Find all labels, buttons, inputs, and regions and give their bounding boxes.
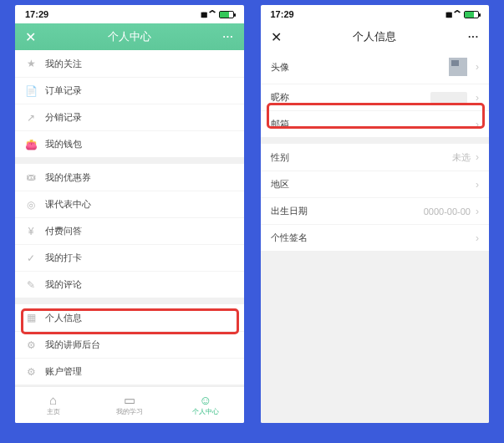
tab-label: 主页 [47, 407, 60, 416]
row-checkin[interactable]: ✓我的打卡 [15, 244, 244, 271]
row-my-follow[interactable]: ★我的关注 [15, 50, 244, 77]
row-label: 头像 [271, 61, 450, 74]
person-icon: ☺ [199, 394, 211, 406]
close-icon[interactable]: ✕ [25, 29, 36, 45]
row-distribution[interactable]: ↗分销记录 [15, 104, 244, 130]
phone-personal-center: 17:29 ✕ 个人中心 ··· ★我的关注 📄订单记录 ↗分销记录 👛我的钱包… [15, 5, 244, 423]
row-wallet[interactable]: 👛我的钱包 [15, 130, 244, 157]
row-label: 性别 [271, 151, 453, 164]
row-label: 订单记录 [45, 84, 234, 97]
gender-value: 未选 [452, 151, 471, 164]
tab-bar: ⌂主页 ▭我的学习 ☺个人中心 [15, 386, 244, 423]
home-icon: ⌂ [49, 394, 57, 406]
more-icon[interactable]: ··· [468, 31, 479, 43]
more-icon[interactable]: ··· [222, 31, 233, 43]
card-icon: ▦ [25, 312, 37, 323]
signal-icon [445, 11, 451, 18]
star-icon: ★ [25, 58, 37, 69]
chevron-right-icon: › [476, 92, 479, 104]
group-basic: 头像 › 昵称 › 邮箱 › [261, 50, 490, 137]
nav-header: ✕ 个人信息 ··· [261, 23, 490, 50]
row-instructor[interactable]: ⚙我的讲师后台 [15, 331, 244, 358]
row-label: 我的打卡 [45, 252, 234, 264]
share-icon: ↗ [25, 112, 37, 124]
target-icon: ◎ [25, 199, 37, 211]
group-2: 🎟我的优惠券 ◎课代表中心 ¥付费问答 ✓我的打卡 ✎我的评论 [15, 164, 244, 298]
nickname-value [430, 92, 467, 104]
row-comments[interactable]: ✎我的评论 [15, 271, 244, 298]
row-bio[interactable]: 个性签名 › [261, 224, 490, 251]
row-label: 个人信息 [45, 312, 234, 324]
row-label: 昵称 [271, 91, 431, 104]
row-label: 我的钱包 [45, 138, 234, 150]
status-time: 17:29 [271, 9, 294, 19]
chevron-right-icon: › [476, 151, 479, 163]
wifi-icon [208, 8, 216, 20]
tab-study[interactable]: ▭我的学习 [91, 387, 167, 423]
row-avatar[interactable]: 头像 › [261, 50, 490, 84]
battery-icon [464, 11, 479, 18]
doc-icon: 📄 [25, 85, 37, 97]
battery-icon [219, 11, 234, 18]
row-account[interactable]: ⚙账户管理 [15, 358, 244, 384]
check-icon: ✓ [25, 252, 37, 264]
row-label: 我的关注 [45, 58, 234, 70]
row-label: 个性签名 [271, 232, 471, 244]
row-label: 我的评论 [45, 278, 234, 291]
row-email[interactable]: 邮箱 › [261, 110, 490, 137]
status-right [201, 8, 234, 20]
status-bar: 17:29 [261, 5, 490, 23]
row-coupons[interactable]: 🎟我的优惠券 [15, 164, 244, 191]
status-time: 17:29 [25, 9, 48, 19]
chevron-right-icon: › [476, 206, 479, 217]
row-label: 分销记录 [45, 111, 234, 124]
edit-icon: ✎ [25, 279, 37, 291]
row-rep-center[interactable]: ◎课代表中心 [15, 191, 244, 217]
row-personal-info[interactable]: ▦个人信息 [15, 304, 244, 331]
status-bar: 17:29 [15, 5, 244, 23]
signal-icon [201, 11, 206, 18]
row-paid-qa[interactable]: ¥付费问答 [15, 217, 244, 244]
row-region[interactable]: 地区 › [261, 171, 490, 197]
row-label: 付费问答 [45, 225, 234, 237]
avatar [449, 58, 467, 76]
nav-header: ✕ 个人中心 ··· [15, 23, 244, 50]
group-detail: 性别 未选 › 地区 › 出生日期 0000-00-00 › 个性签名 › [261, 144, 490, 251]
book-icon: ▭ [124, 394, 135, 406]
tab-label: 个人中心 [192, 407, 219, 416]
info-list: 头像 › 昵称 › 邮箱 › 性别 未选 › 地区 › [261, 50, 490, 423]
row-birth[interactable]: 出生日期 0000-00-00 › [261, 197, 490, 224]
chevron-right-icon: › [476, 232, 479, 244]
birth-value: 0000-00-00 [424, 206, 471, 216]
row-label: 地区 [271, 178, 471, 191]
row-nickname[interactable]: 昵称 › [261, 84, 490, 110]
page-title: 个人信息 [353, 29, 396, 44]
gear-icon: ⚙ [25, 339, 37, 351]
group-1: ★我的关注 📄订单记录 ↗分销记录 👛我的钱包 [15, 50, 244, 157]
phone-personal-info: 17:29 ✕ 个人信息 ··· 头像 › 昵称 › 邮箱 › [261, 5, 490, 423]
gear-icon: ⚙ [25, 366, 37, 378]
chevron-right-icon: › [476, 61, 479, 73]
row-label: 账户管理 [45, 365, 234, 378]
row-label: 我的优惠券 [45, 171, 234, 184]
tab-home[interactable]: ⌂主页 [15, 387, 91, 423]
row-gender[interactable]: 性别 未选 › [261, 144, 490, 171]
menu-list: ★我的关注 📄订单记录 ↗分销记录 👛我的钱包 🎟我的优惠券 ◎课代表中心 ¥付… [15, 50, 244, 386]
close-icon[interactable]: ✕ [271, 29, 282, 45]
row-orders[interactable]: 📄订单记录 [15, 77, 244, 104]
wifi-icon [453, 8, 461, 20]
yen-icon: ¥ [25, 226, 37, 237]
wallet-icon: 👛 [25, 139, 37, 150]
ticket-icon: 🎟 [25, 171, 37, 183]
status-right [445, 8, 479, 20]
tab-personal[interactable]: ☺个人中心 [167, 387, 243, 423]
page-title: 个人中心 [108, 29, 151, 44]
row-label: 邮箱 [271, 118, 471, 130]
chevron-right-icon: › [476, 119, 479, 130]
group-3: ▦个人信息 ⚙我的讲师后台 ⚙账户管理 [15, 304, 244, 384]
tab-label: 我的学习 [116, 407, 143, 416]
row-label: 课代表中心 [45, 198, 234, 211]
row-label: 我的讲师后台 [45, 339, 234, 351]
row-label: 出生日期 [271, 205, 424, 217]
chevron-right-icon: › [476, 179, 479, 191]
